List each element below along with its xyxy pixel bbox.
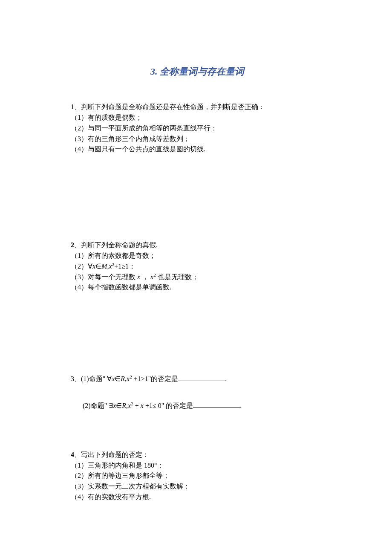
q2-i3-suffix: 也是无理数；	[156, 273, 199, 280]
q3-s2-x3: x	[141, 402, 144, 409]
q4-header-text: 、写出下列命题的否定：	[74, 451, 149, 458]
q3-s2-rest: +1≤ 0	[144, 402, 161, 409]
q1-item-2: （2）与同一平面所成的角相等的两条直线平行；	[71, 123, 324, 134]
q2-i2-suffix: ；	[129, 263, 135, 270]
q2-i2-x2: x	[109, 263, 112, 270]
q3-s1-blank[interactable]	[178, 374, 225, 381]
q4-header: 4、写出下列命题的否定：	[71, 450, 324, 460]
q3-s2-blank[interactable]	[193, 401, 240, 408]
q2-i2-prefix: （2）	[71, 263, 88, 270]
q2-i2-in: ∈	[95, 263, 101, 270]
q3-sub2: (2)命题" ∃x∈R,x2 + x +1≤ 0" 的否定是.	[71, 401, 324, 411]
question-3: 3、(1)命题" ∀x∈R,x2 +1>1"的否定是. (2)命题" ∃x∈R,…	[71, 374, 324, 411]
question-2: 2、判断下列全称命题的真假. （1）所有的素数都是奇数； （2）∀x∈M,x2+…	[71, 240, 324, 293]
q3-s2-exists: ∃	[109, 402, 113, 409]
q2-number: 2	[71, 241, 74, 249]
q3-s2-R: R	[122, 402, 126, 409]
q1-item-3: （3）有的三角形三个内角成等差数列；	[71, 134, 324, 145]
question-1: 1、判断下列命题是全称命题还是存在性命题，并判断是否正确： （1）有的质数是偶数…	[71, 102, 324, 155]
page-title: 3. 全称量词与存在量词	[71, 64, 324, 79]
q2-i2-forall: ∀	[88, 263, 92, 270]
q4-item-1: （1）三角形的内角和是 180°；	[71, 460, 324, 471]
q4-number: 4	[71, 451, 74, 458]
q2-item-2: （2）∀x∈M,x2+1≥1；	[71, 261, 324, 272]
q2-i2-M: M	[101, 263, 107, 270]
q2-i3-x: x	[135, 273, 142, 280]
q2-item-3: （3）对每一个无理数 x ， x2 也是无理数；	[71, 272, 324, 283]
q2-item-4: （4）每个指数函数都是单调函数.	[71, 282, 324, 293]
q1-item-1: （1）有的质数是偶数；	[71, 113, 324, 123]
q2-header-text: 、判断下列全称命题的真假.	[74, 241, 158, 249]
q3-sub1: 3、(1)命题" ∀x∈R,x2 +1>1"的否定是.	[71, 374, 324, 384]
q3-s2-in: ∈	[116, 402, 122, 409]
q4-item-4: （4）有的实数没有平方根.	[71, 492, 324, 503]
q1-header: 1、判断下列命题是全称命题还是存在性命题，并判断是否正确：	[71, 102, 324, 113]
q3-s1-forall: ∀	[107, 375, 112, 382]
q2-i2-plus: +1≥1	[114, 263, 129, 270]
q2-i3-mid: ，	[142, 273, 150, 280]
q3-s2-suffix: " 的否定是	[161, 402, 193, 409]
q3-s1-prefix: 3、(1)命题"	[71, 375, 107, 382]
q3-s2-prefix: (2)命题"	[83, 402, 109, 409]
q1-item-4: （4）与圆只有一个公共点的直线是圆的切线.	[71, 144, 324, 155]
q2-i3-prefix: （3）对每一个无理数	[71, 273, 135, 280]
q4-item-3: （3）实系数一元二次方程都有实数解；	[71, 481, 324, 492]
q3-s1-suffix: "的否定是	[148, 375, 179, 382]
question-4: 4、写出下列命题的否定： （1）三角形的内角和是 180°； （2）所有的等边三…	[71, 450, 324, 503]
q3-s2-period: .	[240, 402, 242, 409]
q4-item-2: （2）所有的等边三角形都全等；	[71, 471, 324, 481]
q2-item-1: （1）所有的素数都是奇数；	[71, 251, 324, 261]
q3-s2-mid: +	[133, 402, 141, 409]
q3-s1-period: .	[225, 375, 227, 382]
q2-header: 2、判断下列全称命题的真假.	[71, 240, 324, 251]
q3-s1-R: R	[121, 375, 125, 382]
q3-s1-rest: +1>1	[132, 375, 148, 382]
q3-s1-in: ∈	[115, 375, 121, 382]
